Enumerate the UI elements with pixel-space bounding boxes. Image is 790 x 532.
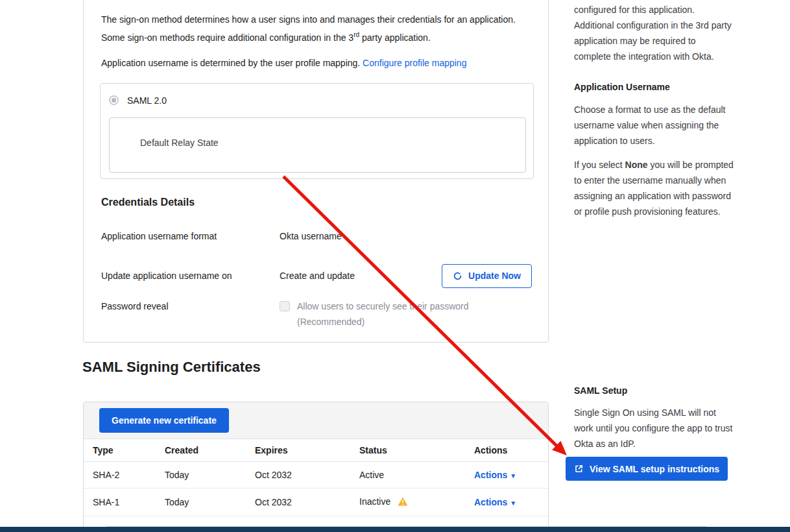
table-row-sha1: SHA-1 Today Oct 2032 Inactive Actions▼: [84, 489, 548, 516]
certificates-card: Generate new certificate Type Created Ex…: [83, 402, 549, 527]
saml-radio-label: SAML 2.0: [127, 95, 167, 106]
password-reveal-option: Allow users to securely see their passwo…: [280, 298, 469, 330]
default-relay-state-label: Default Relay State: [140, 138, 219, 148]
update-now-label: Update Now: [468, 271, 521, 281]
footer-bar: [0, 527, 790, 532]
application-username-paragraph-2: If you select None you will be prompted …: [574, 157, 734, 219]
generate-new-certificate-button[interactable]: Generate new certificate: [99, 408, 229, 433]
credentials-details-heading: Credentials Details: [101, 197, 532, 208]
cell-expires: Oct 2032: [255, 489, 359, 516]
sidebar-overflow-paragraph: configured for this application. Additio…: [574, 2, 734, 64]
cell-expires: Oct 2032: [255, 462, 359, 489]
cell-created: Today: [165, 489, 255, 516]
saml-signing-certificates-heading: SAML Signing Certificates: [82, 359, 261, 376]
configure-profile-mapping-link[interactable]: Configure profile mapping: [363, 58, 466, 68]
cell-status: Inactive: [359, 489, 474, 516]
saml-setup-heading: SAML Setup: [574, 383, 737, 398]
profile-mapping-note: Application username is determined by th…: [101, 55, 532, 71]
saml-radio-row: SAML 2.0: [109, 94, 525, 107]
cell-type: SHA-2: [84, 462, 165, 489]
password-reveal-row: Password reveal Allow users to securely …: [101, 298, 532, 330]
certificates-table-header-row: Type Created Expires Status Actions: [84, 439, 548, 462]
column-header-expires: Expires: [255, 439, 359, 462]
application-username-heading: Application Username: [574, 79, 734, 95]
saml-radio-button[interactable]: [109, 95, 119, 105]
app-username-format-row: Application username format Okta usernam…: [101, 228, 532, 244]
actions-dropdown-sha2[interactable]: Actions▼: [474, 470, 516, 480]
password-reveal-checkbox[interactable]: [280, 301, 290, 311]
update-username-row: Update application username on Create an…: [101, 268, 532, 288]
column-header-actions: Actions: [474, 439, 548, 462]
cell-created: Today: [165, 462, 255, 489]
none-emphasis: None: [625, 160, 648, 170]
application-username-paragraph-1: Choose a format to use as the default us…: [574, 102, 734, 149]
app-username-format-label: Application username format: [101, 228, 280, 244]
update-username-value: Create and update: [280, 268, 355, 284]
sign-on-method-description: The sign-on method determines how a user…: [101, 12, 520, 45]
table-row-sha2: SHA-2 Today Oct 2032 Active Actions▼: [84, 462, 548, 489]
sign-on-settings-page: The sign-on method determines how a user…: [0, 0, 790, 532]
cell-type: SHA-1: [84, 489, 165, 516]
external-link-icon: [574, 464, 584, 474]
update-now-button[interactable]: Update Now: [442, 264, 532, 288]
certificates-toolbar: Generate new certificate: [84, 402, 548, 439]
sign-on-methods-card: The sign-on method determines how a user…: [83, 0, 549, 343]
column-header-status: Status: [359, 439, 474, 462]
saml-method-box: SAML 2.0 Default Relay State: [100, 83, 534, 179]
password-reveal-checkbox-text: Allow users to securely see their passwo…: [297, 298, 469, 330]
saml-settings-panel: Default Relay State: [109, 117, 526, 173]
update-username-label: Update application username on: [101, 268, 280, 284]
app-username-format-value: Okta username: [280, 228, 342, 244]
caret-down-icon: ▼: [510, 500, 516, 507]
view-saml-setup-label: View SAML setup instructions: [590, 464, 719, 474]
saml-setup-body: Single Sign On using SAML will not work …: [574, 405, 737, 452]
actions-dropdown-sha1[interactable]: Actions▼: [474, 497, 516, 507]
certificates-table: Type Created Expires Status Actions SHA-…: [84, 439, 548, 516]
refresh-icon: [453, 271, 462, 281]
column-header-created: Created: [165, 439, 255, 462]
intro-text: The sign-on method determines how a user…: [101, 14, 516, 43]
password-reveal-label: Password reveal: [101, 298, 280, 314]
ordinal-superscript: rd: [353, 31, 359, 38]
caret-down-icon: ▼: [510, 472, 516, 479]
profile-mapping-text: Application username is determined by th…: [101, 58, 363, 68]
view-saml-setup-instructions-button[interactable]: View SAML setup instructions: [566, 457, 728, 481]
column-header-type: Type: [84, 439, 165, 462]
saml-setup-sidebar: SAML Setup Single Sign On using SAML wil…: [574, 383, 737, 481]
warning-icon: [395, 498, 408, 508]
help-sidebar: configured for this application. Additio…: [574, 2, 734, 219]
intro-text-tail: party application.: [359, 32, 431, 43]
cell-status: Active: [359, 462, 474, 489]
